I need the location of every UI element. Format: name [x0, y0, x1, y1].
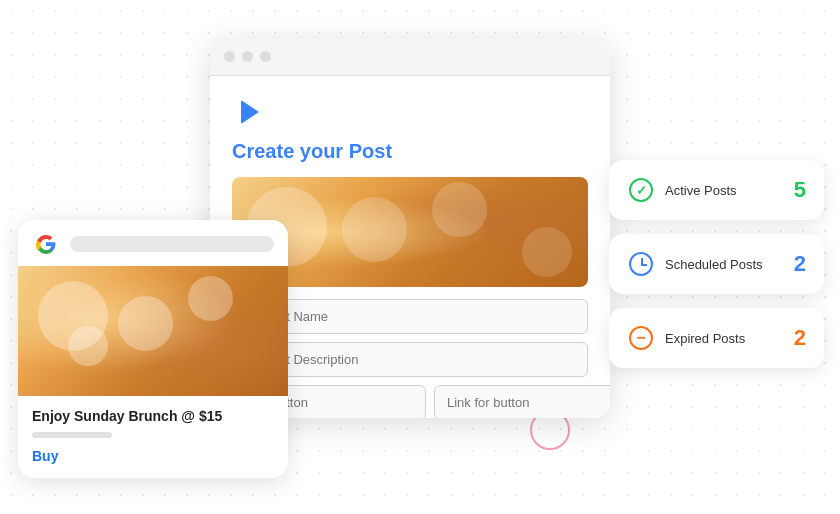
- active-posts-label: Active Posts: [665, 183, 784, 198]
- google-search-bar: [70, 236, 274, 252]
- browser-titlebar: [210, 38, 610, 76]
- clock-icon: [629, 252, 653, 276]
- expired-posts-count: 2: [794, 325, 806, 351]
- minus-circle-icon: [629, 326, 653, 350]
- check-circle-icon: [629, 178, 653, 202]
- active-posts-card: Active Posts 5: [609, 160, 824, 220]
- active-posts-icon: [627, 176, 655, 204]
- scheduled-posts-count: 2: [794, 251, 806, 277]
- stats-panel: Active Posts 5 Scheduled Posts 2 Expired…: [609, 160, 824, 368]
- active-posts-count: 5: [794, 177, 806, 203]
- google-logo-icon: [32, 230, 60, 258]
- titlebar-dot-2: [242, 51, 253, 62]
- expired-posts-card: Expired Posts 2: [609, 308, 824, 368]
- scheduled-posts-card: Scheduled Posts 2: [609, 234, 824, 294]
- google-card-food-image: [18, 266, 288, 396]
- expired-posts-icon: [627, 324, 655, 352]
- scheduled-posts-label: Scheduled Posts: [665, 257, 784, 272]
- chevron-right-icon: [241, 100, 259, 124]
- google-card-body: Enjoy Sunday Brunch @ $15 Buy: [18, 396, 288, 478]
- link-for-button-input[interactable]: [434, 385, 610, 418]
- google-card-title: Enjoy Sunday Brunch @ $15: [32, 408, 274, 424]
- google-card-buy-button[interactable]: Buy: [32, 448, 274, 464]
- google-preview-card: Enjoy Sunday Brunch @ $15 Buy: [18, 220, 288, 478]
- google-card-header: [18, 220, 288, 266]
- heading-blue-text: Post: [349, 140, 392, 162]
- titlebar-dot-1: [224, 51, 235, 62]
- page-heading: Create your Post: [232, 140, 588, 163]
- titlebar-dot-3: [260, 51, 271, 62]
- google-card-bar: [32, 432, 112, 438]
- scheduled-posts-icon: [627, 250, 655, 278]
- app-logo: [232, 94, 268, 130]
- expired-posts-label: Expired Posts: [665, 331, 784, 346]
- heading-plain-text: Create your: [232, 140, 349, 162]
